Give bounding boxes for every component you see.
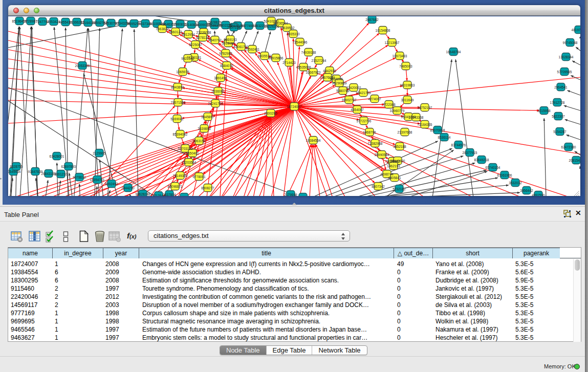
svg-text:62472380: 62472380	[561, 145, 576, 149]
svg-text:5915164: 5915164	[222, 41, 235, 45]
svg-text:72544046: 72544046	[293, 40, 308, 44]
svg-text:2129905: 2129905	[93, 151, 106, 155]
svg-text:52410090: 52410090	[264, 19, 279, 23]
svg-text:5380786: 5380786	[336, 89, 350, 93]
svg-text:8807342: 8807342	[372, 185, 385, 188]
svg-text:9782983: 9782983	[219, 52, 232, 55]
svg-text:39902737: 39902737	[342, 98, 357, 102]
svg-text:31667923: 31667923	[306, 71, 321, 74]
svg-text:73382988: 73382988	[368, 142, 383, 145]
svg-text:3956442: 3956442	[520, 189, 533, 192]
svg-text:7312081: 7312081	[296, 195, 310, 196]
svg-text:23226058: 23226058	[197, 31, 211, 34]
svg-text:21643368: 21643368	[409, 116, 424, 119]
svg-text:58940600: 58940600	[390, 159, 405, 163]
svg-text:3537804: 3537804	[163, 193, 176, 196]
svg-text:2036081: 2036081	[211, 90, 225, 93]
svg-text:61061966: 61061966	[497, 173, 512, 177]
svg-text:8661210: 8661210	[54, 172, 68, 176]
svg-text:28377915: 28377915	[463, 151, 477, 155]
svg-text:7357224: 7357224	[227, 26, 241, 29]
svg-text:8508277: 8508277	[201, 186, 214, 190]
svg-text:4891590: 4891590	[532, 193, 545, 196]
svg-text:83744576: 83744576	[451, 143, 466, 147]
svg-text:4274007: 4274007	[368, 97, 381, 101]
svg-text:3532032: 3532032	[509, 181, 522, 185]
svg-text:96319863: 96319863	[400, 83, 415, 87]
svg-text:2964541: 2964541	[554, 85, 568, 89]
svg-text:21527244: 21527244	[312, 59, 326, 62]
svg-text:5232182: 5232182	[393, 187, 406, 191]
svg-text:57722796: 57722796	[357, 119, 372, 123]
svg-text:85394042: 85394042	[173, 133, 188, 136]
svg-text:8215958: 8215958	[537, 109, 551, 113]
svg-text:4698744: 4698744	[380, 172, 394, 176]
svg-text:4442936: 4442936	[323, 69, 336, 73]
svg-text:18354761: 18354761	[90, 178, 105, 182]
svg-text:6469193: 6469193	[224, 38, 237, 41]
svg-text:8943893: 8943893	[171, 85, 184, 89]
svg-text:5822307: 5822307	[552, 115, 565, 118]
svg-text:8384070: 8384070	[220, 64, 233, 68]
svg-text:48197765: 48197765	[572, 28, 580, 32]
svg-text:21397668: 21397668	[398, 130, 412, 134]
svg-text:2487682: 2487682	[365, 18, 379, 21]
svg-text:62897893: 62897893	[61, 165, 76, 168]
svg-text:63428001: 63428001	[50, 155, 64, 158]
svg-text:8912954: 8912954	[182, 33, 195, 36]
svg-text:8660123: 8660123	[169, 30, 182, 34]
svg-text:9078612: 9078612	[73, 176, 86, 179]
svg-text:5528829: 5528829	[208, 20, 222, 24]
svg-text:36752197: 36752197	[418, 106, 432, 110]
svg-text:57709585: 57709585	[557, 70, 572, 74]
svg-text:24241764: 24241764	[208, 102, 223, 105]
svg-text:65740154: 65740154	[486, 166, 500, 169]
svg-text:13028344: 13028344	[559, 55, 574, 59]
svg-text:2179699: 2179699	[284, 193, 297, 196]
svg-text:3891498: 3891498	[214, 76, 227, 80]
svg-text:10549434: 10549434	[8, 170, 21, 173]
svg-text:85096671: 85096671	[168, 185, 183, 188]
svg-text:3011649: 3011649	[401, 98, 414, 102]
svg-text:8392492: 8392492	[105, 182, 118, 186]
svg-text:8278114: 8278114	[197, 36, 209, 39]
svg-text:10154808: 10154808	[376, 29, 390, 32]
svg-text:7663822: 7663822	[156, 27, 169, 31]
svg-text:2639893: 2639893	[198, 127, 211, 130]
svg-text:99745048: 99745048	[563, 41, 578, 45]
svg-text:1065976: 1065976	[176, 70, 189, 74]
svg-text:33960779: 33960779	[390, 109, 405, 113]
svg-text:10973493: 10973493	[393, 54, 407, 58]
svg-text:9778001: 9778001	[192, 175, 206, 179]
svg-text:2300285: 2300285	[264, 112, 277, 115]
svg-text:7100362: 7100362	[178, 195, 191, 196]
svg-text:18724007: 18724007	[287, 105, 302, 108]
svg-text:4540702: 4540702	[208, 38, 222, 42]
svg-text:89070818: 89070818	[430, 128, 445, 132]
svg-text:96290869: 96290869	[332, 81, 347, 85]
svg-text:19384554: 19384554	[306, 139, 321, 142]
svg-text:7722368: 7722368	[382, 103, 396, 106]
svg-text:91847639: 91847639	[28, 170, 43, 173]
svg-text:2728987: 2728987	[24, 19, 37, 23]
svg-text:72164355: 72164355	[418, 123, 432, 126]
svg-text:35990584: 35990584	[375, 153, 389, 157]
svg-text:2053424: 2053424	[47, 20, 60, 24]
svg-text:17912728: 17912728	[550, 101, 565, 104]
svg-text:8028755: 8028755	[10, 165, 23, 168]
svg-text:20053346: 20053346	[75, 64, 90, 68]
svg-text:1462193: 1462193	[387, 164, 400, 168]
svg-text:7485003: 7485003	[399, 64, 412, 68]
svg-text:45535068: 45535068	[296, 65, 311, 69]
svg-text:90628248: 90628248	[136, 192, 150, 196]
svg-text:19229206: 19229206	[265, 25, 279, 28]
svg-text:32420002: 32420002	[346, 86, 361, 90]
svg-text:2935310: 2935310	[287, 32, 300, 36]
svg-text:5645897: 5645897	[201, 115, 214, 119]
svg-text:78203564: 78203564	[182, 161, 197, 164]
svg-text:12213967: 12213967	[385, 41, 400, 45]
svg-text:2844290: 2844290	[121, 186, 135, 190]
svg-text:1468706: 1468706	[363, 130, 376, 134]
svg-text:4805841: 4805841	[388, 176, 401, 180]
svg-text:9922542: 9922542	[181, 57, 194, 60]
